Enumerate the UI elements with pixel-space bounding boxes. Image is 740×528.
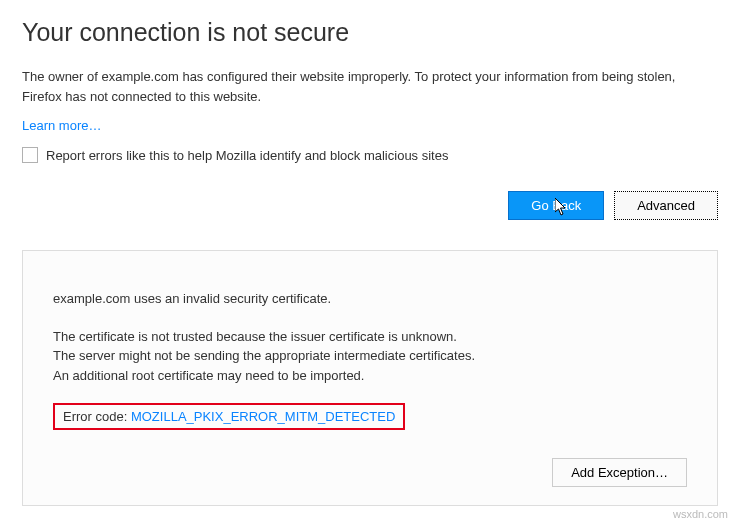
error-code-link[interactable]: MOZILLA_PKIX_ERROR_MITM_DETECTED: [131, 409, 395, 424]
warning-description: The owner of example.com has configured …: [22, 67, 718, 106]
add-exception-button[interactable]: Add Exception…: [552, 458, 687, 487]
cert-invalid-text: example.com uses an invalid security cer…: [53, 289, 687, 309]
report-errors-checkbox[interactable]: [22, 147, 38, 163]
cert-reason-3: An additional root certificate may need …: [53, 366, 687, 386]
go-back-button[interactable]: Go Back: [508, 191, 604, 220]
report-errors-label: Report errors like this to help Mozilla …: [46, 148, 448, 163]
learn-more-link[interactable]: Learn more…: [22, 118, 101, 133]
error-code-label: Error code:: [63, 409, 131, 424]
report-errors-row: Report errors like this to help Mozilla …: [22, 147, 718, 163]
page-title: Your connection is not secure: [22, 18, 718, 47]
advanced-button[interactable]: Advanced: [614, 191, 718, 220]
error-code-box: Error code: MOZILLA_PKIX_ERROR_MITM_DETE…: [53, 403, 405, 430]
cert-reason-1: The certificate is not trusted because t…: [53, 327, 687, 347]
go-back-label: Go Back: [531, 198, 581, 213]
details-panel: example.com uses an invalid security cer…: [22, 250, 718, 506]
cert-reason-2: The server might not be sending the appr…: [53, 346, 687, 366]
exception-row: Add Exception…: [53, 458, 687, 487]
watermark: wsxdn.com: [673, 508, 728, 520]
action-buttons: Go Back Advanced: [22, 191, 718, 220]
